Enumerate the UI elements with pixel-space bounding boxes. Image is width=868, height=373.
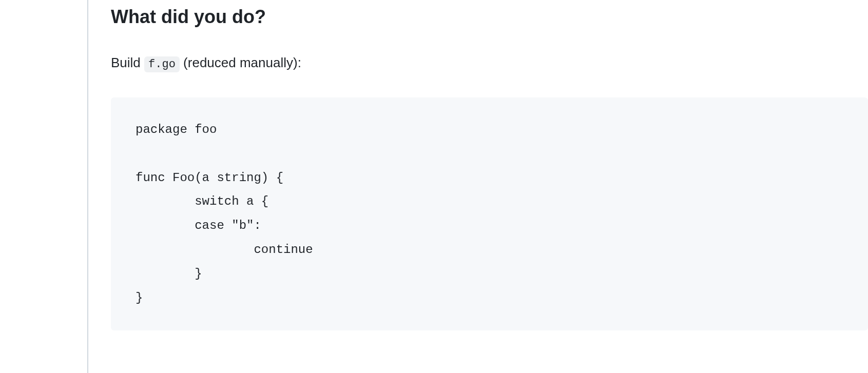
description-text-before: Build [111, 55, 141, 70]
issue-body-container: What did you do? Build f.go (reduced man… [0, 0, 868, 373]
section-heading: What did you do? [111, 5, 868, 28]
code-content: package foo func Foo(a string) { switch … [136, 118, 843, 310]
description-text-after: (reduced manually): [180, 55, 301, 70]
code-block[interactable]: package foo func Foo(a string) { switch … [111, 97, 868, 330]
description-paragraph: Build f.go (reduced manually): [111, 53, 868, 73]
inline-code-filename: f.go [144, 56, 180, 72]
issue-content: What did you do? Build f.go (reduced man… [88, 0, 868, 373]
left-margin [0, 0, 87, 373]
